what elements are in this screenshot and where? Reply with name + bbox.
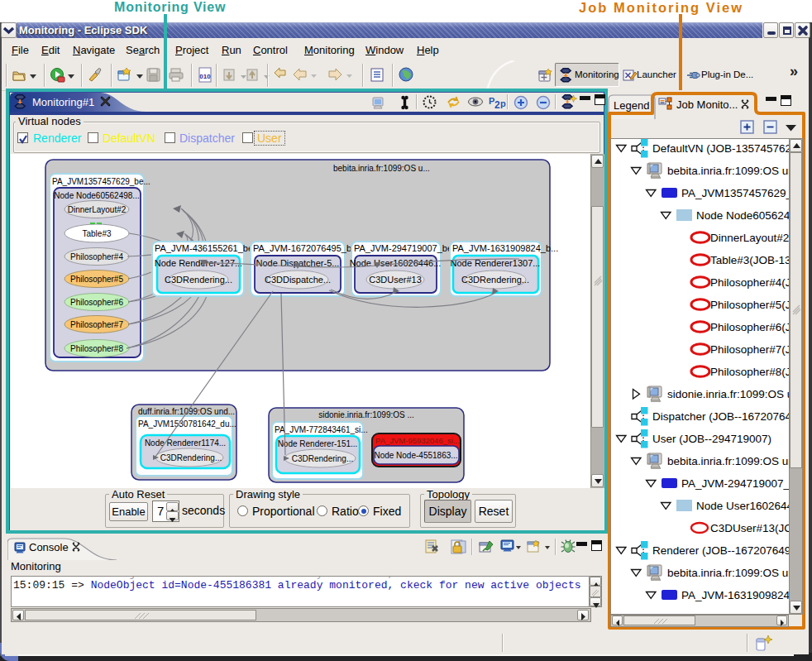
svg-text:C3DDispatche...: C3DDispatche... (265, 275, 331, 285)
svg-text:duff.inria.fr:1099:OS und...: duff.inria.fr:1099:OS und... (138, 407, 235, 416)
svg-text:Table#3: Table#3 (82, 229, 111, 238)
svg-text:PA_JVM-95932046_si...: PA_JVM-95932046_si... (375, 436, 460, 445)
svg-text:PA_JVM-436155261_be...: PA_JVM-436155261_be... (155, 243, 260, 253)
svg-text:p: p (500, 98, 506, 108)
svg-text:PA_JVM1530781642_du...: PA_JVM1530781642_du... (138, 419, 236, 429)
svg-text:C3DRendering...: C3DRendering... (160, 453, 222, 462)
svg-text:sidonie.inria.fr:1099:OS ...: sidonie.inria.fr:1099:OS ... (318, 410, 414, 419)
svg-text:PA_JVM-294719007_be...: PA_JVM-294719007_be... (354, 243, 460, 253)
svg-text:Philosopher#6: Philosopher#6 (70, 298, 123, 307)
svg-text:010: 010 (199, 73, 211, 80)
svg-text:PA_JVM1357457629_be...: PA_JVM1357457629_be... (52, 177, 150, 186)
svg-text:Philosopher#4: Philosopher#4 (70, 252, 123, 261)
svg-text:PA_JVM-1672076495_b...: PA_JVM-1672076495_b... (253, 243, 359, 253)
svg-text:Philosopher#8: Philosopher#8 (70, 344, 123, 353)
svg-text:Node Node-4551863...: Node Node-4551863... (374, 451, 457, 460)
svg-text:Node Renderer-151...: Node Renderer-151... (278, 439, 358, 448)
svg-text:C3DRendering...: C3DRendering... (165, 275, 232, 285)
svg-text:C3DRendering...: C3DRendering... (461, 275, 529, 285)
svg-text:Philosopher#5: Philosopher#5 (70, 275, 123, 284)
svg-text:Node Node60562498...: Node Node60562498... (54, 191, 139, 200)
svg-text:C3DUser#13: C3DUser#13 (369, 275, 422, 285)
svg-text:Philosopher#7: Philosopher#7 (70, 320, 123, 329)
svg-text:C3DRendering...: C3DRendering... (292, 454, 353, 463)
svg-text:DinnerLayout#2: DinnerLayout#2 (68, 205, 127, 214)
svg-text:2: 2 (494, 99, 500, 110)
svg-text:Node Renderer1174...: Node Renderer1174... (145, 438, 226, 448)
svg-text:bebita.inria.fr:1099:OS u...: bebita.inria.fr:1099:OS u... (333, 164, 430, 173)
svg-text:PA_JVM-1631909824_b...: PA_JVM-1631909824_b... (452, 243, 558, 253)
svg-text:PA_JVM-772843461_si...: PA_JVM-772843461_si... (275, 425, 368, 434)
